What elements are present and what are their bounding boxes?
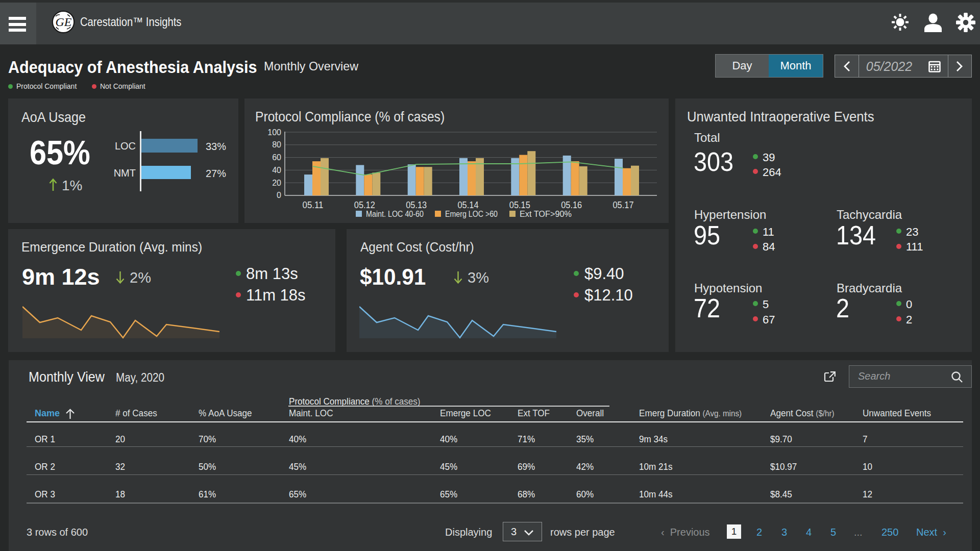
svg-text:Emerg LOC >60: Emerg LOC >60 [445, 210, 498, 218]
svg-text:Maint. LOC 40-60: Maint. LOC 40-60 [366, 210, 424, 218]
svg-text:05.13: 05.13 [406, 200, 427, 210]
svg-text:20: 20 [272, 179, 281, 187]
svg-text:GE: GE [56, 15, 72, 29]
svg-text:05.11: 05.11 [303, 200, 324, 210]
svg-text:60: 60 [272, 153, 281, 162]
svg-text:05.12: 05.12 [354, 200, 375, 210]
svg-text:40: 40 [272, 166, 281, 174]
svg-text:80: 80 [272, 140, 281, 149]
svg-text:100: 100 [267, 128, 281, 137]
svg-text:05.16: 05.16 [561, 200, 582, 210]
svg-text:Ext TOF>90%: Ext TOF>90% [520, 210, 572, 218]
svg-text:05.14: 05.14 [458, 200, 479, 210]
svg-text:0: 0 [277, 191, 281, 199]
svg-text:05.17: 05.17 [613, 200, 634, 210]
svg-text:05.15: 05.15 [509, 200, 530, 210]
